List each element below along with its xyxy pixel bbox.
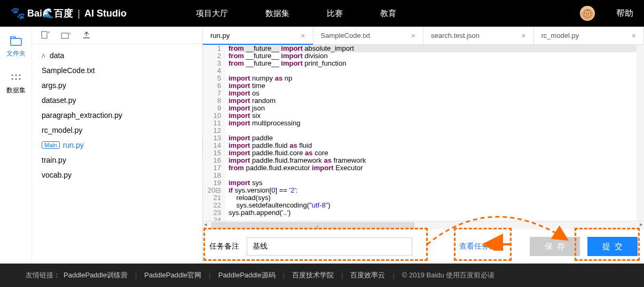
new-folder-icon[interactable]: + <box>61 31 70 39</box>
tree-file[interactable]: rc_model.py <box>32 123 202 138</box>
save-button[interactable]: 保存 <box>530 237 580 256</box>
baidu-paw-icon: 🐾 <box>11 6 25 20</box>
tree-file[interactable]: train.py <box>32 153 202 168</box>
nav-help[interactable]: 帮助 <box>616 8 633 19</box>
nav-datasets[interactable]: 数据集 <box>265 9 289 19</box>
footer-link[interactable]: 百度技术学院 <box>292 270 334 280</box>
tab-samplecode[interactable]: SampleCode.txt× <box>313 27 424 44</box>
file-toolbar: + + <box>32 27 202 44</box>
tab-search-json[interactable]: search.test.json× <box>423 27 534 44</box>
svg-point-6 <box>19 78 20 80</box>
view-tasks-link[interactable]: 查看任务列表 <box>459 242 504 251</box>
horizontal-scrollbar[interactable]: ⦀ <box>203 221 644 229</box>
svg-point-3 <box>19 75 20 76</box>
svg-rect-9 <box>61 33 68 38</box>
gutter: 1 2 3 4 5 6 7 8 9 10 11 12 13 14 15 16 1… <box>203 45 225 221</box>
sidebar-tab-datasets[interactable]: 数据集 <box>6 73 26 95</box>
tree-file[interactable]: args.py <box>32 78 202 93</box>
upload-icon[interactable] <box>82 31 91 39</box>
nav-links: 项目大厅 数据集 比赛 教育 <box>196 9 396 19</box>
tree-file[interactable]: paragraph_extraction.py <box>32 108 202 123</box>
footer-link[interactable]: PaddlePaddle训练营 <box>64 270 128 280</box>
file-tree: data SampleCode.txt args.py dataset.py p… <box>32 44 202 187</box>
svg-point-5 <box>15 78 17 80</box>
top-nav: 🐾 Bai🌊百度 | AI Studio 项目大厅 数据集 比赛 教育 🐵 帮助 <box>0 0 644 27</box>
file-panel: + + data SampleCode.txt args.py dataset.… <box>32 27 203 264</box>
footer-link[interactable]: PaddlePaddle源码 <box>218 270 276 280</box>
svg-rect-0 <box>11 38 21 45</box>
svg-rect-7 <box>42 31 47 38</box>
vertical-scrollbar[interactable] <box>637 45 644 221</box>
tree-file[interactable]: vocab.py <box>32 168 202 182</box>
nav-contests[interactable]: 比赛 <box>327 9 343 19</box>
remark-label: 任务备注 <box>209 242 239 251</box>
tab-rc-model[interactable]: rc_model.py× <box>534 27 645 44</box>
svg-text:+: + <box>69 31 70 36</box>
code-content[interactable]: from __future__ import absolute_import f… <box>225 45 644 221</box>
task-bar: 任务备注 查看任务列表 保存 提交 <box>203 229 644 264</box>
editor-tabs: run.py× SampleCode.txt× search.test.json… <box>203 27 644 45</box>
tree-file-main[interactable]: Mainrun.py <box>32 138 202 153</box>
editor-pane: ◂ run.py× SampleCode.txt× search.test.js… <box>203 27 644 264</box>
svg-point-2 <box>15 75 17 76</box>
code-editor[interactable]: 1 2 3 4 5 6 7 8 9 10 11 12 13 14 15 16 1… <box>203 45 644 221</box>
nav-education[interactable]: 教育 <box>380 9 396 19</box>
footer: 友情链接： PaddlePaddle训练营| PaddlePaddle官网| P… <box>0 264 644 287</box>
svg-point-4 <box>11 78 13 80</box>
folder-icon <box>10 36 22 46</box>
close-icon[interactable]: × <box>632 31 636 40</box>
nav-projects[interactable]: 项目大厅 <box>196 9 228 19</box>
logo[interactable]: 🐾 Bai🌊百度 | AI Studio <box>11 6 127 20</box>
new-file-icon[interactable]: + <box>41 31 49 39</box>
footer-link[interactable]: 百度效率云 <box>350 270 385 280</box>
sidebar-tabs: 文件夹 数据集 <box>0 27 32 264</box>
dataset-icon <box>10 73 22 83</box>
tree-file[interactable]: SampleCode.txt <box>32 63 202 78</box>
close-icon[interactable]: × <box>521 31 525 40</box>
footer-link[interactable]: PaddlePaddle官网 <box>144 270 201 280</box>
sidebar-tab-files[interactable]: 文件夹 <box>6 36 26 58</box>
avatar[interactable]: 🐵 <box>580 6 595 21</box>
svg-text:+: + <box>48 31 49 35</box>
submit-button[interactable]: 提交 <box>587 237 638 256</box>
remark-input[interactable] <box>247 237 412 256</box>
svg-point-1 <box>11 75 13 76</box>
close-icon[interactable]: × <box>301 31 305 40</box>
tree-file[interactable]: dataset.py <box>32 93 202 108</box>
tab-run-py[interactable]: run.py× <box>203 27 313 44</box>
close-icon[interactable]: × <box>411 31 415 40</box>
tree-folder-data[interactable]: data <box>32 48 202 63</box>
